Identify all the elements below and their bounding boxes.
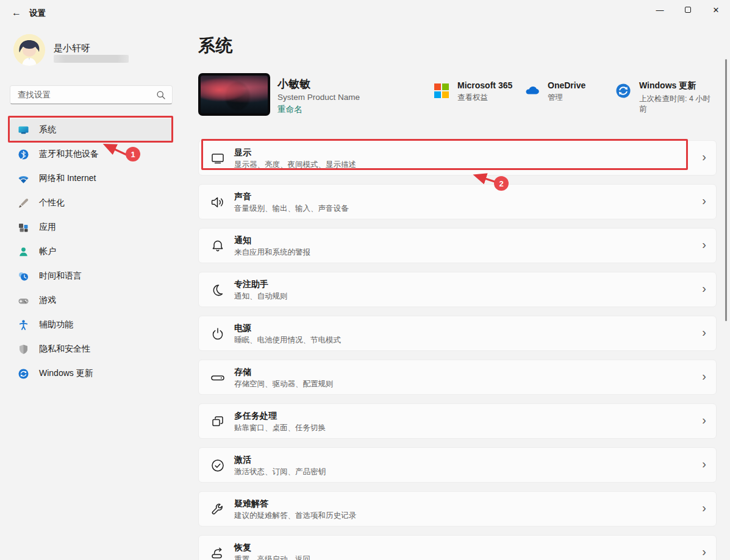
- sidebar-item-accounts[interactable]: 帐户: [10, 241, 173, 263]
- row-subtitle: 来自应用和系统的警报: [234, 247, 310, 258]
- personalization-icon: [18, 197, 29, 209]
- row-subtitle: 睡眠、电池使用情况、节电模式: [234, 335, 341, 346]
- row-subtitle: 音量级别、输出、输入、声音设备: [234, 204, 349, 214]
- bell-icon: [210, 238, 226, 254]
- sidebar-item-label: 个性化: [39, 197, 65, 208]
- power-icon: [210, 326, 226, 342]
- sidebar-item-label: 应用: [39, 222, 56, 233]
- row-title: 显示: [234, 147, 251, 158]
- profile-name: 是小轩呀: [54, 43, 90, 54]
- sidebar-item-time-language[interactable]: 时间和语言: [10, 265, 173, 287]
- sidebar-item-label: 网络和 Internet: [39, 173, 96, 184]
- sidebar-nav: 系统 蓝牙和其他设备 网络和 Internet 个性化: [10, 119, 173, 385]
- check-circle-icon: [210, 458, 226, 473]
- sidebar-item-personalization[interactable]: 个性化: [10, 192, 173, 214]
- row-title: 多任务处理: [234, 411, 277, 422]
- sidebar-item-label: 系统: [39, 124, 56, 135]
- vertical-scrollbar[interactable]: [725, 59, 727, 321]
- rename-link[interactable]: 重命名: [277, 104, 302, 115]
- sidebar-item-label: 帐户: [39, 246, 56, 257]
- row-sound[interactable]: 声音 音量级别、输出、输入、声音设备 ›: [198, 184, 717, 219]
- device-name: 小敏敏: [277, 77, 310, 91]
- accessibility-icon: [18, 319, 29, 331]
- storage-drive-icon: [210, 370, 226, 386]
- microsoft-logo-icon: [433, 82, 450, 99]
- quick-card-subtitle: 上次检查时间: 4 小时前: [639, 94, 717, 115]
- row-focus-assist[interactable]: 专注助手 通知、自动规则 ›: [198, 272, 717, 307]
- quick-card-subtitle: 查看权益: [457, 93, 512, 103]
- row-notifications[interactable]: 通知 来自应用和系统的警报 ›: [198, 228, 717, 263]
- search-box: [10, 85, 173, 104]
- row-storage[interactable]: 存储 存储空间、驱动器、配置规则 ›: [198, 360, 717, 395]
- sidebar-item-apps[interactable]: 应用: [10, 216, 173, 238]
- display-icon: [210, 151, 226, 166]
- sidebar-item-privacy[interactable]: 隐私和安全性: [10, 338, 173, 360]
- search-input[interactable]: [18, 86, 152, 104]
- sidebar-item-network[interactable]: 网络和 Internet: [10, 168, 173, 190]
- windows-update-icon: [18, 368, 29, 380]
- chevron-right-icon: ›: [702, 150, 706, 164]
- back-button[interactable]: ←: [7, 5, 26, 21]
- main-pane: 系统 小敏敏 System Product Name 重命名 Microsoft…: [198, 0, 717, 560]
- search-icon: [156, 90, 166, 100]
- page-title: 系统: [198, 34, 233, 57]
- network-icon: [18, 173, 29, 185]
- chevron-right-icon: ›: [702, 545, 706, 559]
- row-display[interactable]: 显示 显示器、亮度、夜间模式、显示描述 ›: [198, 140, 717, 175]
- row-title: 声音: [234, 191, 251, 202]
- microsoft-365-card[interactable]: Microsoft 365 查看权益: [433, 80, 512, 103]
- sidebar-item-label: 游戏: [39, 295, 56, 306]
- gaming-icon: [18, 295, 29, 307]
- system-icon: [18, 124, 29, 136]
- quick-card-subtitle: 管理: [548, 93, 585, 103]
- avatar: [13, 34, 45, 66]
- chevron-right-icon: ›: [702, 413, 706, 427]
- windows-update-card[interactable]: Windows 更新 上次检查时间: 4 小时前: [615, 80, 717, 115]
- onedrive-cloud-icon: [523, 82, 540, 99]
- wrench-icon: [210, 502, 226, 517]
- chevron-right-icon: ›: [702, 282, 706, 296]
- sidebar-item-gaming[interactable]: 游戏: [10, 289, 173, 311]
- sidebar-item-windows-update[interactable]: Windows 更新: [10, 363, 173, 385]
- app-title: 设置: [29, 8, 46, 19]
- chevron-right-icon: ›: [702, 369, 706, 383]
- accounts-icon: [18, 246, 29, 258]
- device-model: System Product Name: [277, 93, 360, 102]
- time-language-icon: [18, 271, 29, 282]
- quick-card-title: Microsoft 365: [457, 80, 512, 90]
- chevron-right-icon: ›: [702, 501, 706, 515]
- row-subtitle: 建议的疑难解答、首选项和历史记录: [234, 511, 356, 521]
- row-title: 专注助手: [234, 279, 268, 290]
- row-recovery[interactable]: 恢复 重置、高级启动、返回 ›: [198, 535, 717, 560]
- row-subtitle: 显示器、亮度、夜间模式、显示描述: [234, 160, 356, 170]
- quick-card-title: OneDrive: [548, 80, 585, 90]
- row-activation[interactable]: 激活 激活状态、订阅、产品密钥 ›: [198, 447, 717, 483]
- chevron-right-icon: ›: [702, 194, 706, 208]
- onedrive-card[interactable]: OneDrive 管理: [523, 80, 585, 103]
- row-subtitle: 存储空间、驱动器、配置规则: [234, 379, 334, 389]
- chevron-right-icon: ›: [702, 325, 706, 339]
- privacy-icon: [18, 344, 29, 355]
- sidebar-item-label: Windows 更新: [39, 368, 93, 379]
- settings-rows: 显示 显示器、亮度、夜间模式、显示描述 › 声音 音量级别、输出、输入、声音设备…: [198, 140, 717, 560]
- sidebar-item-label: 蓝牙和其他设备: [39, 149, 99, 160]
- row-subtitle: 激活状态、订阅、产品密钥: [234, 467, 326, 477]
- sidebar-item-system[interactable]: 系统: [10, 119, 173, 141]
- row-subtitle: 重置、高级启动、返回: [234, 555, 310, 560]
- row-title: 电源: [234, 323, 251, 334]
- row-subtitle: 通知、自动规则: [234, 291, 288, 302]
- sidebar-item-accessibility[interactable]: 辅助功能: [10, 314, 173, 336]
- sidebar-item-bluetooth[interactable]: 蓝牙和其他设备: [10, 143, 173, 165]
- windows-update-icon: [615, 82, 632, 99]
- row-title: 疑难解答: [234, 498, 268, 509]
- sidebar: 是小轩呀 系统 蓝牙和其他设备: [10, 29, 173, 387]
- row-troubleshoot[interactable]: 疑难解答 建议的疑难解答、首选项和历史记录 ›: [198, 491, 717, 526]
- redacted-email: [54, 55, 129, 63]
- sound-icon: [210, 194, 226, 210]
- row-power[interactable]: 电源 睡眠、电池使用情况、节电模式 ›: [198, 316, 717, 351]
- row-multitasking[interactable]: 多任务处理 贴靠窗口、桌面、任务切换 ›: [198, 403, 717, 439]
- profile-section: 是小轩呀: [10, 29, 173, 77]
- multitask-windows-icon: [210, 414, 226, 430]
- avatar-illustration: [13, 34, 45, 66]
- chevron-right-icon: ›: [702, 457, 706, 471]
